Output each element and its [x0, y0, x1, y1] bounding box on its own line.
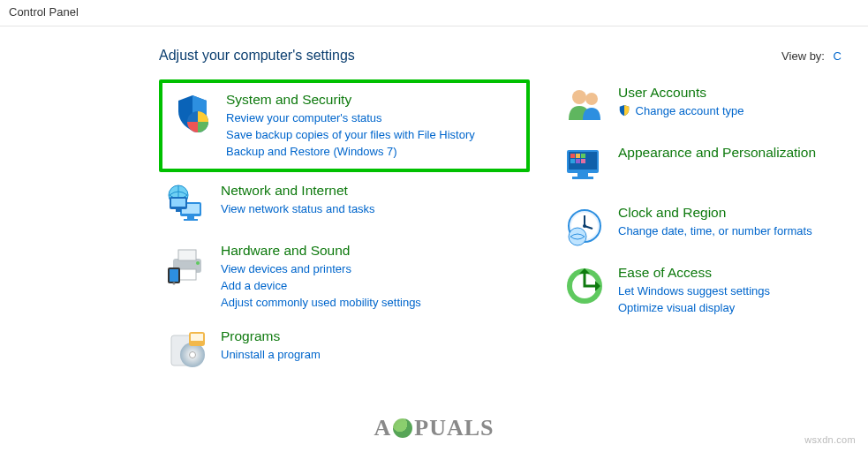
category-system-security: System and SecurityReview your computer'…: [159, 79, 530, 172]
svg-rect-29: [581, 154, 585, 158]
appuals-watermark: APUALS: [374, 415, 494, 441]
category-link[interactable]: Add a device: [221, 277, 421, 294]
categories-column-left: System and SecurityReview your computer'…: [159, 79, 530, 383]
category-clock-region: Clock and RegionChange date, time, or nu…: [556, 200, 857, 260]
shield-icon[interactable]: [171, 92, 214, 134]
category-programs: ProgramsUninstall a program: [159, 323, 530, 383]
categories-column-right: User Accounts Change account type Appear…: [556, 79, 857, 383]
category-title-programs[interactable]: Programs: [221, 328, 321, 344]
category-title-user-accounts[interactable]: User Accounts: [618, 85, 743, 101]
disc-icon[interactable]: [166, 328, 208, 371]
categories-grid: System and SecurityReview your computer'…: [0, 79, 868, 383]
svg-rect-14: [170, 269, 178, 282]
category-link[interactable]: Optimize visual display: [618, 299, 770, 316]
svg-point-22: [585, 93, 598, 105]
category-hardware-sound: Hardware and SoundView devices and print…: [159, 237, 530, 323]
source-watermark: wsxdn.com: [804, 434, 856, 445]
header-row: Adjust your computer's settings View by:…: [0, 26, 868, 79]
category-title-system-security[interactable]: System and Security: [226, 92, 475, 108]
network-icon[interactable]: [166, 183, 208, 225]
category-link[interactable]: Let Windows suggest settings: [618, 282, 770, 299]
view-by: View by: C: [781, 49, 842, 63]
svg-rect-4: [187, 216, 194, 219]
category-appearance-personalization: Appearance and Personalization: [556, 139, 857, 200]
category-link[interactable]: Adjust commonly used mobility settings: [221, 294, 421, 311]
svg-rect-26: [572, 177, 593, 179]
ease-icon[interactable]: [563, 265, 606, 307]
category-link[interactable]: View network status and tasks: [221, 200, 375, 217]
window-title: Control Panel: [9, 5, 79, 19]
category-link[interactable]: Review your computer's status: [226, 109, 475, 126]
category-link[interactable]: View devices and printers: [221, 260, 421, 277]
svg-point-18: [190, 352, 196, 358]
svg-rect-5: [184, 219, 198, 221]
category-link[interactable]: Change account type: [618, 102, 743, 119]
svg-rect-11: [178, 269, 196, 280]
svg-point-37: [583, 224, 586, 228]
svg-rect-7: [171, 199, 185, 207]
svg-rect-25: [577, 173, 588, 177]
category-title-appearance-personalization[interactable]: Appearance and Personalization: [618, 145, 816, 161]
svg-rect-20: [191, 334, 203, 341]
category-link[interactable]: Uninstall a program: [221, 346, 321, 363]
category-link[interactable]: Change date, time, or number formats: [618, 222, 812, 239]
printer-icon[interactable]: [166, 243, 208, 285]
category-network-internet: Network and InternetView network status …: [159, 177, 530, 237]
window-titlebar: Control Panel: [0, 0, 868, 26]
category-link[interactable]: Save backup copies of your files with Fi…: [226, 126, 475, 143]
view-by-value[interactable]: C: [834, 49, 842, 63]
category-link[interactable]: Backup and Restore (Windows 7): [226, 143, 475, 160]
globe-icon: [393, 418, 412, 438]
category-title-hardware-sound[interactable]: Hardware and Sound: [221, 243, 421, 259]
category-ease-of-access: Ease of AccessLet Windows suggest settin…: [556, 260, 857, 328]
svg-rect-31: [576, 159, 580, 163]
svg-rect-32: [581, 159, 585, 163]
page-title: Adjust your computer's settings: [159, 48, 355, 64]
svg-rect-8: [176, 209, 181, 212]
svg-rect-28: [576, 154, 580, 158]
users-icon[interactable]: [563, 85, 606, 127]
category-user-accounts: User Accounts Change account type: [556, 79, 857, 139]
svg-point-38: [569, 228, 586, 245]
svg-rect-27: [570, 154, 575, 158]
svg-point-15: [173, 282, 176, 285]
category-title-ease-of-access[interactable]: Ease of Access: [618, 265, 770, 281]
svg-point-21: [572, 90, 586, 104]
appearance-icon[interactable]: [563, 145, 606, 187]
clock-icon[interactable]: [563, 205, 606, 247]
view-by-label: View by:: [781, 49, 825, 63]
svg-point-12: [196, 261, 200, 265]
svg-rect-10: [178, 250, 196, 260]
category-title-network-internet[interactable]: Network and Internet: [221, 183, 375, 199]
category-title-clock-region[interactable]: Clock and Region: [618, 205, 812, 221]
svg-rect-30: [570, 159, 575, 163]
